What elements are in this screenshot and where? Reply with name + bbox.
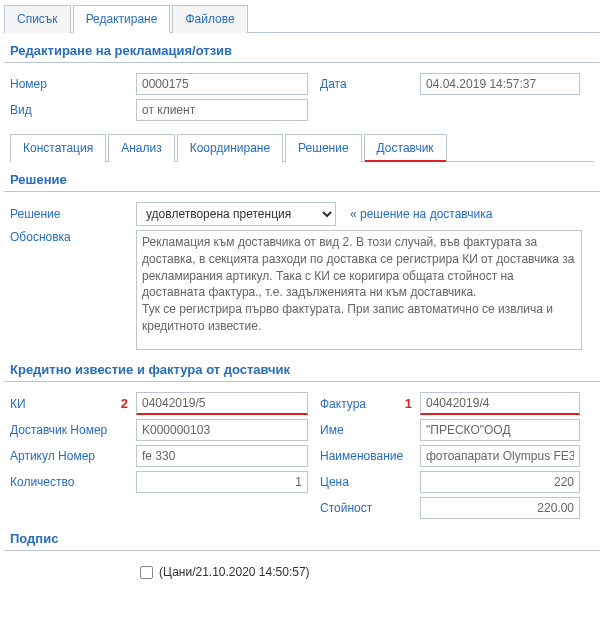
decision-select[interactable]: удовлетворена претенция	[136, 202, 336, 226]
supplier-name-input[interactable]	[420, 419, 580, 441]
top-tabs: Списък Редактиране Файлове	[4, 4, 600, 33]
highlight-underline-icon	[365, 160, 446, 162]
type-input[interactable]	[136, 99, 308, 121]
ki-label: КИ	[10, 397, 26, 411]
article-desc-input[interactable]	[420, 445, 580, 467]
invoice-input[interactable]	[420, 392, 580, 415]
subtab-coordination[interactable]: Координиране	[177, 134, 283, 162]
tab-list[interactable]: Списък	[4, 5, 71, 33]
number-label: Номер	[10, 77, 130, 91]
tab-edit[interactable]: Редактиране	[73, 5, 171, 33]
supplier-name-label: Име	[314, 423, 414, 437]
article-no-label: Артикул Номер	[10, 449, 130, 463]
decision-label: Решение	[10, 207, 130, 221]
subtab-supplier-label: Доставчик	[377, 141, 434, 155]
invoice-label: Фактура	[320, 397, 366, 411]
supplier-no-label: Доставчик Номер	[10, 423, 130, 437]
supplier-decision-link[interactable]: « решение на доставчика	[342, 207, 492, 221]
article-desc-label: Наименование	[314, 449, 414, 463]
number-input[interactable]	[136, 73, 308, 95]
ki-input[interactable]	[136, 392, 308, 415]
sign-section-title: Подпис	[4, 521, 600, 551]
justification-label: Обосновка	[10, 230, 130, 244]
date-label: Дата	[314, 77, 414, 91]
qty-label: Количество	[10, 475, 130, 489]
tab-files[interactable]: Файлове	[172, 5, 247, 33]
qty-input[interactable]	[136, 471, 308, 493]
subtab-findings[interactable]: Констатация	[10, 134, 106, 162]
sub-tabs: Констатация Анализ Координиране Решение …	[10, 133, 594, 162]
type-label: Вид	[10, 103, 130, 117]
annotation-2: 2	[118, 396, 130, 411]
sign-label: (Цани/21.10.2020 14:50:57)	[159, 565, 310, 579]
sign-checkbox[interactable]	[140, 566, 153, 579]
article-no-input[interactable]	[136, 445, 308, 467]
amount-input[interactable]	[420, 497, 580, 519]
price-input[interactable]	[420, 471, 580, 493]
subtab-decision[interactable]: Решение	[285, 134, 361, 162]
date-input[interactable]	[420, 73, 580, 95]
justification-textarea[interactable]: Рекламация към доставчика от вид 2. В то…	[136, 230, 582, 350]
price-label: Цена	[314, 475, 414, 489]
credit-section-title: Кредитно известие и фактура от доставчик	[4, 352, 600, 382]
decision-section-title: Решение	[4, 162, 600, 192]
annotation-1: 1	[402, 396, 414, 411]
amount-label: Стойност	[314, 501, 414, 515]
page-title: Редактиране на рекламация/отзив	[4, 33, 600, 63]
supplier-no-input[interactable]	[136, 419, 308, 441]
subtab-analysis[interactable]: Анализ	[108, 134, 175, 162]
subtab-supplier[interactable]: Доставчик	[364, 134, 447, 162]
